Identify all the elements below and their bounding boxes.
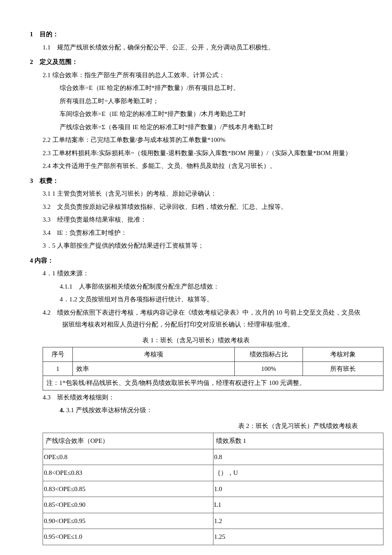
table-2-r4c2: L1 xyxy=(213,497,383,513)
section-3-heading: 3 权费： xyxy=(30,175,362,187)
table-2-r1c1: OPE≤0.8 xyxy=(43,449,213,465)
table-2-r2c2: ｛），U xyxy=(213,465,383,481)
section-2-1-formula-a: 综合效率=E（IE 给定的标准工时*排产数量）/所有项目总工时。 xyxy=(60,82,362,94)
section-2-4: 2.4 本文件适用于生产部所有班长、多能工、文员、物料员及助拉（含见习班长）。 xyxy=(43,160,362,172)
table-row: 0.90<OPE≤0.95 1.2 xyxy=(43,513,383,529)
table-row: 0.8<OPE≤0.83 ｛），U xyxy=(43,465,383,481)
table-2-r3c2: 1.0 xyxy=(213,481,383,497)
table-1-header-item: 考核项 xyxy=(73,347,235,362)
table-1: 序号 考核项 绩效指标占比 考核对象 1 效率 100% 所有班长 注：1*包装… xyxy=(43,347,383,390)
section-1-1: 1.1 规范产线班长绩效分配，确保分配公平、公正、公开，充分调动员工积极性。 xyxy=(43,41,362,54)
table-2-r6c2: 1.25 xyxy=(213,529,383,545)
table-1-header-target: 考核对象 xyxy=(303,347,383,362)
table-1-header-ratio: 绩效指标占比 xyxy=(235,347,303,362)
table-row: 注：1*包装线/样品线班长、文员/物料员绩效取班长平均值，经理有权进行上下 10… xyxy=(43,376,383,390)
table-2: 产线综合效率（OPE） 绩效系数 1 OPE≤0.8 0.8 0.8<OPE≤0… xyxy=(43,433,383,545)
section-2-1-formula-d: 产线综合效率=Σ（各项目 IE 给定的标准工时*排产数量）/产线本月考勤工时 xyxy=(60,121,362,133)
table-2-r3c1: 0.83<OPE≤0.85 xyxy=(43,481,213,497)
table-1-r1c4: 所有班长 xyxy=(303,361,383,376)
section-2-1: 2.1 综合效率：指生产部生产所有项目的总人工效率。计算公式： xyxy=(43,69,362,81)
table-row: 0.95<OPE≤1.0 1.25 xyxy=(43,529,383,545)
table-2-r2c1: 0.8<OPE≤0.83 xyxy=(43,465,213,481)
table-row: 产线综合效率（OPE） 绩效系数 1 xyxy=(43,433,383,449)
table-2-r5c2: 1.2 xyxy=(213,513,383,529)
table-2-r5c1: 0.90<OPE≤0.95 xyxy=(43,513,213,529)
section-4-1: 4．1 绩效来源： xyxy=(43,267,362,280)
section-1-heading: 1 目的： xyxy=(30,28,362,40)
section-4-1-2: 4．1.2 文员按班组对当月各项指标进行统计、核算等。 xyxy=(60,293,362,306)
table-row: 序号 考核项 绩效指标占比 考核对象 xyxy=(43,347,383,362)
section-4-3-1-text: 3.1 产线按效率达标情况分级： xyxy=(66,407,153,413)
section-4-3-1: 4. 3.1 产线按效率达标情况分级： xyxy=(60,404,362,416)
table-1-title: 表 1：班长（含见习班长）绩效考核表 xyxy=(30,334,362,347)
section-3-4: 3.4 IE：负责标准工时维护： xyxy=(43,227,362,239)
table-2-header-ope: 产线综合效率（OPE） xyxy=(43,433,213,449)
section-2-1-formula-b: 所有项目总工时=人事部考勤工时； xyxy=(60,95,362,107)
section-4-3-1-prefix: 4. xyxy=(60,407,64,413)
table-1-r1c3: 100% xyxy=(235,361,303,376)
table-2-r6c1: 0.95<OPE≤1.0 xyxy=(43,529,213,545)
table-row: 0.83<OPE≤0.85 1.0 xyxy=(43,481,383,497)
section-3-1: 3.1 1 主管负责对班长（含见习班长）的考核、原始记录确认： xyxy=(43,188,362,200)
section-2-1-formula-c: 车间综合效率=E（IE 给定的标准工时*排产数量）/木月考勤总工时 xyxy=(60,108,362,120)
section-3-2: 3.2 文员负责按原始记录核算绩效指标、记录回收、归档，绩效分配、汇总、上报等。 xyxy=(43,201,362,213)
table-row: 0.85<OPE≤0.90 L1 xyxy=(43,497,383,513)
section-4-1-1: 4.1.1 人事部依据相关绩效分配制度分配生产部总绩效： xyxy=(60,280,362,293)
section-2-3: 2.3 工单材料损耗率:实际损耗率=（领用数量-退料数量-实际入库数*BOM 用… xyxy=(43,147,362,159)
table-1-note: 注：1*包装线/样品线班长、文员/物料员绩效取班长平均值，经理有权进行上下 10… xyxy=(43,376,383,390)
section-3-3: 3.3 经理负责最终结果审核、批准： xyxy=(43,214,362,226)
table-2-r4c1: 0.85<OPE≤0.90 xyxy=(43,497,213,513)
table-2-r1c2: 0.8 xyxy=(213,449,383,465)
table-2-title: 表 2：班长（含见习班长）产线绩效考核表 xyxy=(30,420,362,432)
table-row: OPE≤0.8 0.8 xyxy=(43,449,383,465)
table-1-r1c1: 1 xyxy=(43,361,73,376)
section-4-2: 4.2 绩效分配依照下表进行考核，考核内容记录在《绩效考核记录表》中，次月的 1… xyxy=(43,306,362,331)
section-4-3: 4.3 班长绩效考核细则： xyxy=(43,391,362,404)
section-4-heading: 4 内容： xyxy=(30,254,362,267)
table-1-header-seq: 序号 xyxy=(43,347,73,362)
section-3-5: 3．5 人事部按生产提供的绩效分配结果进行工资核算等； xyxy=(43,240,362,252)
table-1-r1c2: 效率 xyxy=(73,361,235,376)
table-2-header-coef: 绩效系数 1 xyxy=(213,433,383,449)
table-row: 1 效率 100% 所有班长 xyxy=(43,361,383,376)
section-2-2: 2.2 工单结案率：己完结工单数量/参与成本核算的工单数量*100% xyxy=(43,134,362,146)
section-2-heading: 2 定义及范围： xyxy=(30,56,362,68)
